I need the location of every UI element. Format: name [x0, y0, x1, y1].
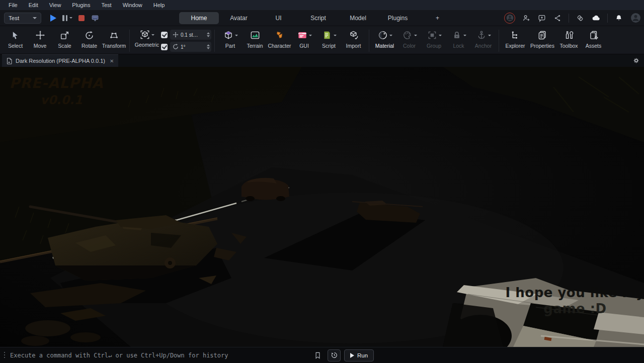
terrain-icon	[250, 30, 261, 41]
menu-edit[interactable]: Edit	[23, 0, 44, 10]
lock-icon	[451, 30, 462, 41]
collaboration-icons	[504, 10, 641, 26]
anchor-button[interactable]: Anchor	[471, 29, 496, 49]
color-palette-icon	[402, 30, 413, 41]
properties-panel-button[interactable]: Properties	[528, 29, 556, 49]
drag-handle-icon[interactable]	[2, 351, 7, 359]
snap-settings: 0.1 st… 1°	[161, 30, 211, 52]
overlay-line2: game :D	[543, 301, 606, 316]
stop-button[interactable]	[78, 15, 85, 21]
close-tab-icon[interactable]: ✕	[110, 58, 114, 64]
play-button[interactable]	[50, 15, 56, 22]
move-snap-field[interactable]: 0.1 st…	[170, 30, 211, 40]
notifications-bell-icon[interactable]	[614, 14, 623, 23]
recording-avatar[interactable]	[504, 13, 515, 24]
move-icon	[173, 32, 179, 38]
insert-gui-button[interactable]: GUI	[292, 29, 316, 49]
assets-panel-button[interactable]: Assets	[581, 29, 606, 49]
comment-icon[interactable]	[537, 14, 546, 23]
tool-rotate-button[interactable]: Rotate	[77, 29, 102, 49]
character-icon	[274, 30, 285, 41]
viewport-scene: PRE-ALPHA v0.0.1 I hope you like my game…	[0, 67, 644, 347]
tool-move-button[interactable]: Move	[28, 29, 52, 49]
import-icon	[348, 30, 359, 41]
tab-home[interactable]: Home	[179, 12, 219, 24]
menu-test[interactable]: Test	[96, 0, 117, 10]
divider	[607, 14, 608, 23]
rotate-snap-checkbox[interactable]	[161, 44, 168, 50]
insert-character-button[interactable]: Character	[267, 29, 292, 49]
history-icon	[331, 351, 338, 359]
playtest-mode-dropdown[interactable]: Test	[4, 13, 41, 24]
panel-label: Properties	[530, 43, 554, 49]
lock-button[interactable]: Lock	[446, 29, 471, 49]
select-cursor-icon	[10, 30, 21, 41]
insert-label: Part	[225, 43, 235, 49]
roblox-studio-window: File Edit View Plugins Test Window Help …	[0, 0, 644, 363]
command-input[interactable]	[9, 351, 311, 359]
menu-help[interactable]: Help	[148, 0, 171, 10]
insert-label: Script	[322, 43, 336, 49]
explorer-panel-button[interactable]: Explorer	[502, 29, 528, 49]
add-collaborator-icon[interactable]	[522, 14, 531, 23]
tab-add-button[interactable]: +	[418, 12, 457, 24]
rotate-snap-stepper[interactable]	[207, 44, 210, 49]
run-button[interactable]: Run	[344, 349, 374, 361]
menu-plugins[interactable]: Plugins	[66, 0, 96, 10]
menu-window[interactable]: Window	[117, 0, 148, 10]
bookmark-button[interactable]	[311, 349, 324, 361]
move-snap-stepper[interactable]	[207, 32, 210, 37]
assets-icon	[588, 30, 599, 41]
ribbon-tabs: Home Avatar UI Script Model Plugins +	[179, 12, 457, 24]
move-icon	[35, 30, 46, 41]
geometric-mode-button[interactable]: Geometric	[133, 29, 161, 48]
rotate-icon	[173, 44, 179, 50]
insert-label: Terrain	[247, 43, 263, 49]
insert-script-button[interactable]: Script	[316, 29, 341, 49]
insert-part-button[interactable]: Part	[218, 29, 243, 49]
color-button[interactable]: Color	[397, 29, 422, 49]
edit-label: Lock	[453, 43, 464, 49]
cloud-icon[interactable]	[591, 13, 601, 23]
viewport-3d[interactable]: PRE-ALPHA v0.0.1 I hope you like my game…	[0, 67, 644, 347]
viewport-settings-button[interactable]	[632, 54, 644, 67]
playtest-mode-label: Test	[9, 15, 19, 21]
tab-plugins[interactable]: Plugins	[378, 12, 418, 24]
material-button[interactable]: Material	[372, 29, 397, 49]
document-tab[interactable]: Dark Resolution (PRE-ALPHA 0.0.1) ✕	[2, 54, 118, 67]
tool-select-button[interactable]: Select	[3, 29, 28, 49]
overlay-line1: I hope you like my	[506, 285, 644, 300]
tab-model[interactable]: Model	[338, 12, 378, 24]
share-icon[interactable]	[553, 14, 562, 23]
rotate-snap-field[interactable]: 1°	[170, 42, 211, 52]
rotate-snap-value: 1°	[181, 44, 205, 50]
pause-button[interactable]	[62, 15, 72, 21]
script-icon	[321, 30, 333, 41]
document-tab-bar: Dark Resolution (PRE-ALPHA 0.0.1) ✕	[0, 54, 644, 67]
menu-file[interactable]: File	[3, 0, 23, 10]
group-icon	[427, 30, 438, 41]
edit-label: Anchor	[475, 43, 492, 49]
tab-avatar[interactable]: Avatar	[219, 12, 259, 24]
ribbon-toolbar: Select Move Scale Rotate	[0, 26, 644, 54]
group-button[interactable]: Group	[422, 29, 446, 49]
edit-label: Material	[375, 43, 394, 49]
user-avatar[interactable]	[630, 13, 641, 24]
device-emulation-icon[interactable]	[91, 14, 100, 23]
chevron-down-icon	[414, 35, 417, 36]
insert-terrain-button[interactable]: Terrain	[243, 29, 267, 49]
move-snap-checkbox[interactable]	[161, 32, 168, 38]
tab-script[interactable]: Script	[298, 12, 338, 24]
pause-icon	[62, 15, 67, 21]
tab-ui[interactable]: UI	[259, 12, 298, 24]
connect-icon[interactable]	[576, 14, 585, 23]
history-button[interactable]	[328, 349, 341, 361]
chevron-down-icon	[463, 35, 466, 36]
part-cube-icon	[223, 30, 234, 41]
toolbox-panel-button[interactable]: Toolbox	[556, 29, 581, 49]
insert-import-button[interactable]: Import	[341, 29, 366, 49]
tool-transform-button[interactable]: Transform	[102, 29, 126, 49]
tool-scale-button[interactable]: Scale	[52, 29, 77, 49]
insert-label: Import	[346, 43, 361, 49]
menu-view[interactable]: View	[44, 0, 67, 10]
